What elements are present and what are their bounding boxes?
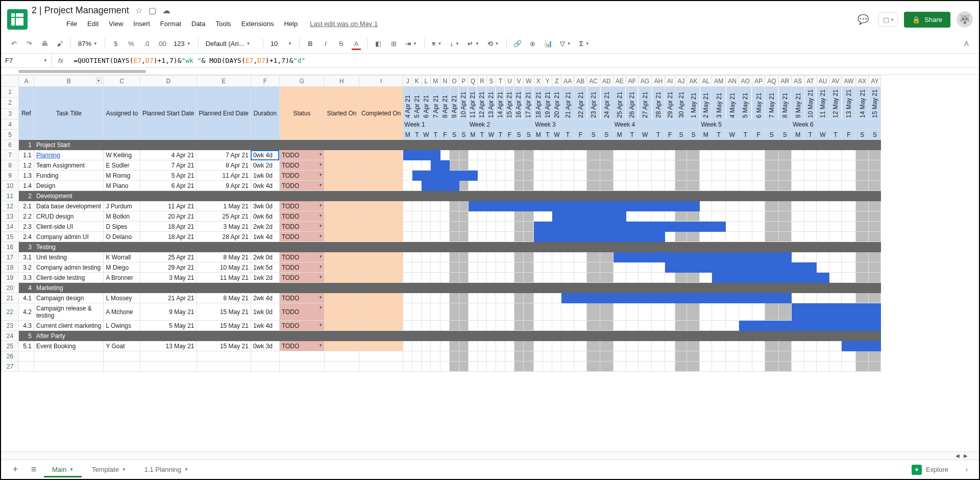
gantt-cell[interactable] <box>675 211 687 222</box>
gantt-cell[interactable] <box>543 341 552 351</box>
gantt-cell[interactable] <box>804 211 816 222</box>
task-completed[interactable] <box>359 232 403 242</box>
row-header[interactable]: 24 <box>2 331 19 341</box>
gantt-cell[interactable] <box>574 321 587 331</box>
gantt-cell[interactable] <box>700 303 712 321</box>
col-header[interactable]: Q <box>468 76 477 87</box>
gantt-cell[interactable] <box>752 232 765 242</box>
task-pstart[interactable]: 9 May 21 <box>140 303 197 321</box>
gantt-cell[interactable] <box>829 262 842 273</box>
task-ref[interactable]: 4.2 <box>19 303 34 321</box>
gantt-cell[interactable] <box>552 211 561 222</box>
gantt-cell[interactable] <box>412 273 422 283</box>
task-title[interactable]: Company admin testing <box>34 262 104 273</box>
gantt-cell[interactable] <box>440 201 450 211</box>
gantt-cell[interactable] <box>587 222 600 232</box>
gantt-cell[interactable] <box>514 201 523 211</box>
gantt-cell[interactable] <box>505 201 514 211</box>
gantt-cell[interactable] <box>675 262 687 273</box>
italic-icon[interactable]: I <box>319 37 332 50</box>
gantt-cell[interactable] <box>829 201 842 211</box>
task-assigned[interactable]: M Romig <box>104 171 140 181</box>
merge-cells-select[interactable]: ⇥▼ <box>402 40 420 47</box>
gantt-cell[interactable] <box>523 293 533 303</box>
gantt-cell[interactable] <box>652 273 665 283</box>
gantt-cell[interactable] <box>412 150 422 160</box>
task-assigned[interactable]: L Mossey <box>104 293 140 303</box>
gantt-cell[interactable] <box>842 171 856 181</box>
gantt-cell[interactable] <box>514 273 523 283</box>
gantt-cell[interactable] <box>842 303 856 321</box>
gantt-cell[interactable] <box>700 321 712 331</box>
gantt-cell[interactable] <box>514 341 523 351</box>
task-started[interactable] <box>324 321 359 331</box>
gantt-cell[interactable] <box>712 303 726 321</box>
task-ref[interactable]: 4.1 <box>19 293 34 303</box>
gantt-cell[interactable] <box>739 303 752 321</box>
gantt-cell[interactable] <box>468 211 477 222</box>
task-assigned[interactable]: J Purdum <box>104 201 140 211</box>
gantt-cell[interactable] <box>842 160 856 171</box>
gantt-cell[interactable] <box>523 232 533 242</box>
gantt-cell[interactable] <box>600 303 614 321</box>
row-header[interactable]: 17 <box>2 252 19 262</box>
gantt-cell[interactable] <box>687 211 700 222</box>
col-header[interactable]: AL <box>700 76 712 87</box>
gantt-cell[interactable] <box>726 252 739 262</box>
gantt-cell[interactable] <box>765 150 778 160</box>
gantt-cell[interactable] <box>842 150 856 160</box>
gantt-cell[interactable] <box>440 171 450 181</box>
gantt-cell[interactable] <box>700 252 712 262</box>
gantt-cell[interactable] <box>561 262 574 273</box>
gantt-cell[interactable] <box>675 150 687 160</box>
task-pstart[interactable]: 25 Apr 21 <box>140 252 197 262</box>
gantt-cell[interactable] <box>869 341 881 351</box>
gantt-cell[interactable] <box>856 293 869 303</box>
gantt-cell[interactable] <box>486 211 496 222</box>
gantt-cell[interactable] <box>440 293 450 303</box>
gantt-cell[interactable] <box>514 222 523 232</box>
gantt-cell[interactable] <box>561 211 574 222</box>
gantt-cell[interactable] <box>523 321 533 331</box>
name-box[interactable]: F7▼ <box>1 54 52 67</box>
task-status[interactable]: TODO <box>279 222 324 232</box>
task-started[interactable] <box>324 303 359 321</box>
task-completed[interactable] <box>359 262 403 273</box>
gantt-cell[interactable] <box>496 303 505 321</box>
gantt-cell[interactable] <box>523 303 533 321</box>
gantt-cell[interactable] <box>752 321 765 331</box>
gantt-cell[interactable] <box>459 341 468 351</box>
gantt-cell[interactable] <box>477 262 486 273</box>
gantt-cell[interactable] <box>829 171 842 181</box>
col-header[interactable]: AY <box>869 76 881 87</box>
task-completed[interactable] <box>359 150 403 160</box>
task-started[interactable] <box>324 273 359 283</box>
task-completed[interactable] <box>359 293 403 303</box>
gantt-cell[interactable] <box>561 341 574 351</box>
gantt-cell[interactable] <box>431 211 440 222</box>
gantt-cell[interactable] <box>450 222 459 232</box>
gantt-cell[interactable] <box>652 150 665 160</box>
gantt-cell[interactable] <box>842 321 856 331</box>
gantt-cell[interactable] <box>486 150 496 160</box>
task-duration[interactable]: 1wk 4d <box>251 321 279 331</box>
task-pend[interactable]: 25 Apr 21 <box>197 211 251 222</box>
gantt-cell[interactable] <box>842 341 856 351</box>
bold-icon[interactable]: B <box>304 37 317 50</box>
gantt-cell[interactable] <box>752 341 765 351</box>
task-ref[interactable]: 1.1 <box>19 150 34 160</box>
gantt-cell[interactable] <box>534 262 543 273</box>
task-title[interactable]: Unit testing <box>34 252 104 262</box>
gantt-cell[interactable] <box>505 341 514 351</box>
gantt-cell[interactable] <box>496 273 505 283</box>
task-completed[interactable] <box>359 273 403 283</box>
task-title[interactable]: Company admin UI <box>34 232 104 242</box>
gantt-cell[interactable] <box>665 262 675 273</box>
gantt-cell[interactable] <box>587 150 600 160</box>
task-title[interactable]: CRUD design <box>34 211 104 222</box>
gantt-cell[interactable] <box>477 211 486 222</box>
gantt-cell[interactable] <box>816 341 829 351</box>
gantt-cell[interactable] <box>477 303 486 321</box>
gantt-cell[interactable] <box>712 160 726 171</box>
gantt-cell[interactable] <box>496 341 505 351</box>
